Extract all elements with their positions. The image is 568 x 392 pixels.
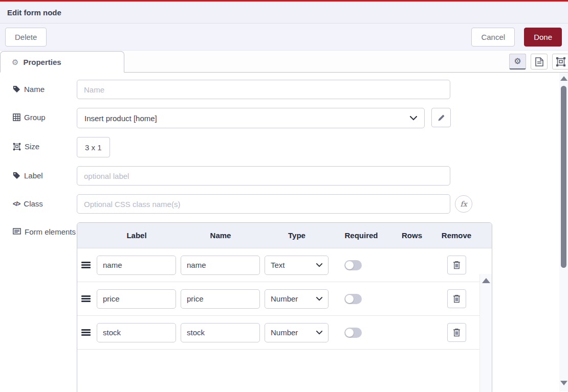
- tab-properties[interactable]: ⚙ Properties: [0, 51, 124, 73]
- form-elements-table: Label Name Type Required Rows Remove: [77, 222, 492, 392]
- element-label-input[interactable]: [97, 323, 176, 342]
- label-label-group: Label: [13, 166, 77, 186]
- name-label: Name: [24, 84, 45, 95]
- element-type-value: Number: [271, 328, 316, 337]
- remove-element-button[interactable]: [447, 323, 466, 342]
- editor-tabbar: ⚙ Properties ⚙: [0, 51, 568, 73]
- table-row: Number: [77, 282, 480, 316]
- properties-panel: Name Group Insert product: [0, 73, 568, 391]
- class-input[interactable]: [77, 194, 450, 214]
- size-label: Size: [25, 142, 39, 152]
- gear-icon: ⚙: [514, 57, 521, 65]
- table-row: Text: [77, 248, 480, 282]
- form-row-name: Name: [13, 80, 568, 99]
- document-icon: [535, 57, 543, 66]
- element-type-select[interactable]: Number: [265, 289, 329, 309]
- class-field-group: fx: [77, 194, 472, 214]
- class-label: Class: [24, 199, 43, 209]
- element-name-input[interactable]: [181, 256, 260, 275]
- done-button[interactable]: Done: [524, 28, 562, 47]
- element-label-input[interactable]: [97, 256, 176, 275]
- properties-view-button[interactable]: ⚙: [509, 54, 526, 70]
- description-view-button[interactable]: [531, 54, 548, 70]
- scroll-down-icon[interactable]: [560, 381, 567, 385]
- col-header-rows: Rows: [391, 231, 432, 240]
- chevron-down-icon: [316, 263, 322, 267]
- name-label-group: Name: [13, 80, 77, 99]
- required-toggle[interactable]: [344, 260, 362, 270]
- required-toggle[interactable]: [344, 294, 362, 304]
- table-icon: [13, 113, 20, 121]
- edit-group-button[interactable]: [431, 108, 451, 127]
- appearance-view-button[interactable]: [552, 54, 568, 70]
- dynamic-property-fx-button[interactable]: fx: [455, 195, 472, 213]
- editor-view-buttons: ⚙: [509, 54, 562, 70]
- group-label-group: Group: [13, 108, 77, 128]
- col-header-remove: Remove: [432, 231, 480, 240]
- col-header-label: Label: [95, 231, 179, 240]
- tag-icon: [13, 85, 20, 93]
- toggle-knob: [345, 329, 354, 337]
- toggle-knob: [345, 261, 354, 269]
- trash-icon: [453, 294, 461, 303]
- dialog-title: Edit form node: [7, 8, 61, 17]
- group-select-value: Insert product [home]: [84, 114, 410, 123]
- form-row-class: </> Class fx: [13, 194, 568, 214]
- code-icon: </>: [13, 200, 20, 208]
- chevron-down-icon: [316, 297, 322, 301]
- col-header-required: Required: [331, 231, 391, 240]
- form-elements-label: Form elements: [25, 227, 76, 237]
- chevron-down-icon: [410, 116, 417, 121]
- cancel-button[interactable]: Cancel: [471, 28, 515, 47]
- drag-handle-icon[interactable]: [81, 295, 91, 302]
- form-elements-label-group: Form elements: [13, 222, 77, 392]
- form-row-label: Label: [13, 166, 568, 186]
- class-label-group: </> Class: [13, 194, 77, 214]
- form-elements-body: Text: [77, 248, 492, 392]
- pencil-icon: [438, 114, 445, 122]
- element-type-value: Text: [271, 261, 316, 269]
- panel-scrollbar[interactable]: [559, 73, 568, 391]
- scroll-up-icon[interactable]: [482, 278, 490, 283]
- element-name-input[interactable]: [181, 323, 260, 342]
- delete-button[interactable]: Delete: [5, 28, 47, 47]
- dialog-header: Edit form node: [0, 2, 568, 24]
- size-button[interactable]: 3 x 1: [77, 137, 110, 157]
- chevron-down-icon: [316, 331, 322, 335]
- trash-icon: [453, 328, 461, 337]
- form-elements-header: Label Name Type Required Rows Remove: [77, 223, 492, 248]
- scrollbar-thumb[interactable]: [561, 86, 566, 268]
- drag-handle-icon[interactable]: [81, 329, 91, 336]
- element-type-select[interactable]: Text: [265, 256, 329, 275]
- col-header-name: Name: [179, 231, 263, 240]
- edit-form-node-dialog: Edit form node Delete Cancel Done ⚙ Prop…: [0, 0, 568, 392]
- table-row: Number: [77, 316, 480, 350]
- table-scrollbar[interactable]: [479, 274, 492, 392]
- remove-element-button[interactable]: [447, 256, 466, 274]
- appearance-icon: [556, 57, 566, 67]
- gear-icon: ⚙: [12, 58, 18, 66]
- size-label-group: Size: [13, 137, 77, 157]
- required-toggle[interactable]: [344, 328, 362, 338]
- trash-icon: [453, 261, 461, 269]
- col-header-type: Type: [263, 231, 331, 240]
- label-input[interactable]: [77, 166, 450, 186]
- size-icon: [13, 143, 21, 151]
- form-list-icon: [13, 228, 21, 235]
- dialog-toolbar: Delete Cancel Done: [0, 24, 568, 51]
- form-row-size: Size 3 x 1: [13, 137, 568, 157]
- group-label: Group: [24, 112, 46, 123]
- tab-properties-label: Properties: [23, 58, 61, 66]
- form-row-elements: Form elements Label Name Type Required R…: [13, 222, 568, 392]
- element-label-input[interactable]: [97, 289, 176, 309]
- form-row-group: Group Insert product [home]: [13, 108, 568, 128]
- name-input[interactable]: [77, 80, 450, 99]
- label-label: Label: [24, 171, 43, 181]
- group-select[interactable]: Insert product [home]: [77, 108, 425, 128]
- element-name-input[interactable]: [181, 289, 260, 309]
- toggle-knob: [345, 295, 354, 303]
- drag-handle-icon[interactable]: [81, 262, 91, 268]
- element-type-select[interactable]: Number: [265, 323, 329, 342]
- remove-element-button[interactable]: [447, 289, 466, 308]
- scroll-up-icon[interactable]: [560, 76, 567, 81]
